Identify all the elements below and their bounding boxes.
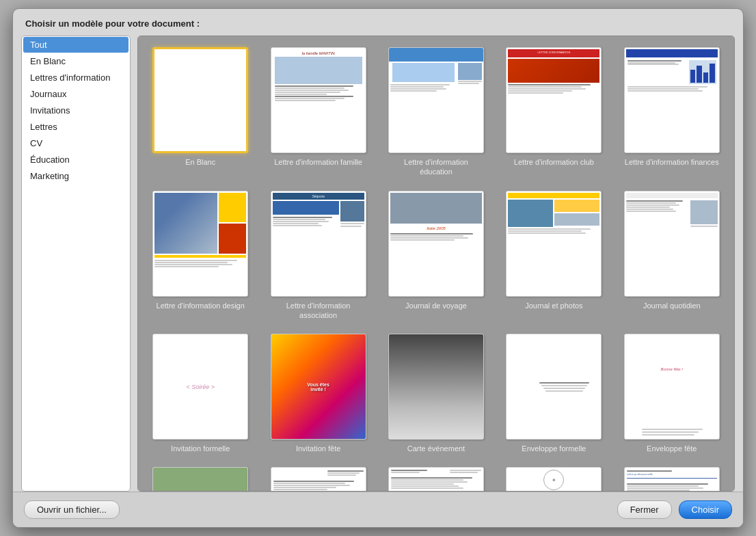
sidebar-item-invitations[interactable]: Invitations [23,103,129,118]
template-letter2[interactable]: Lettre formelle [262,467,373,492]
sidebar-item-lettres[interactable]: Lettres [23,119,129,135]
template-thumb-lettre-education[interactable] [388,47,484,153]
template-lettre-finances[interactable]: Lettre d'information finances [617,47,727,177]
template-label-journal-voyage: Journal de voyage [405,301,467,310]
template-enveloppe-fete[interactable]: Bonne fête ! Enveloppe fête [617,334,727,453]
template-lettre-famille[interactable]: la famille MARTIN [262,47,373,177]
template-label-invitation-formelle: Invitation formelle [171,444,230,453]
template-label-invitation-fete: Invitation fête [296,444,340,453]
templates-content-area[interactable]: En Blanc la famille MARTIN [137,36,735,492]
template-journal-quotidien[interactable]: Journal quotidien [617,191,727,321]
template-journal-voyage[interactable]: Italie 2005 Journal de voyage [381,191,491,321]
template-thumb-enveloppe-formelle[interactable] [506,334,602,440]
sidebar-item-tout[interactable]: Tout [23,37,129,53]
template-lettre-asso[interactable]: Séquoia [262,191,373,321]
templates-grid: En Blanc la famille MARTIN [145,47,727,492]
template-thumb-lettre-club[interactable]: LETTRE D'INFORMATION [506,47,602,153]
template-label-journal-quotidien: Journal quotidien [643,301,701,310]
template-thumb-invitation-formelle[interactable]: < Soirée > [152,334,248,440]
template-thumb-carte-evenement[interactable] [388,334,484,440]
template-lettre-design[interactable]: Lettre d'information design [145,191,256,321]
main-dialog: Choisir un modèle pour votre document : … [12,8,744,528]
template-invitation-fete[interactable]: Vous êtesinvité ! Invitation fête [262,334,373,453]
template-thumb-letter4[interactable]: ✦ [506,467,602,492]
footer-right: Fermer Choisir [617,500,732,519]
template-lettre-education[interactable]: Lettre d'information éducation [381,47,491,177]
template-thumb-journal-photos[interactable] [506,191,602,297]
template-label-journal-photos: Journal et photos [525,301,582,310]
open-file-button[interactable]: Ouvrir un fichier... [24,500,120,519]
dialog-title: Choisir un modèle pour votre document : [13,9,743,36]
template-label-enveloppe-fete: Enveloppe fête [647,444,697,453]
template-lettre-postcard[interactable]: Nous vousremercions! Lettre postale [145,467,256,492]
template-label-lettre-club: Lettre d'information club [514,157,594,167]
template-label-carte-evenement: Carte événement [407,444,465,453]
template-thumb-invitation-fete[interactable]: Vous êtesinvité ! [271,334,366,440]
template-letter5[interactable]: Lettre professionnelle [617,467,727,492]
template-label-en-blanc: En Blanc [185,157,215,167]
template-label-lettre-asso: Lettre d'information association [271,301,366,321]
template-thumb-letter5[interactable]: Lettre professionnelle [624,467,720,492]
template-journal-photos[interactable]: Journal et photos [498,191,609,321]
template-enveloppe-formelle[interactable]: Enveloppe formelle [498,334,609,453]
template-letter4[interactable]: ✦ [498,467,609,492]
template-label-enveloppe-formelle: Enveloppe formelle [522,444,586,453]
dialog-footer: Ouvrir un fichier... Fermer Choisir [13,492,743,527]
template-thumb-journal-quotidien[interactable] [624,191,720,297]
sidebar-item-journaux[interactable]: Journaux [23,86,129,102]
template-label-lettre-design: Lettre d'information design [157,301,245,310]
template-thumb-lettre-postcard[interactable]: Nous vousremercions! [152,467,248,492]
sidebar-item-lettres-info[interactable]: Lettres d'information [23,70,129,85]
template-thumb-lettre-design[interactable] [152,191,248,297]
template-label-lettre-famille: Lettre d'information famille [274,157,362,167]
close-button[interactable]: Fermer [617,500,672,519]
template-thumb-lettre-asso[interactable]: Séquoia [271,191,366,297]
template-thumb-journal-voyage[interactable]: Italie 2005 [388,191,484,297]
template-label-lettre-education: Lettre d'information éducation [388,157,484,177]
template-thumb-lettre-finances[interactable] [624,47,720,153]
template-letter3[interactable]: Lettre type [381,467,491,492]
template-thumb-enveloppe-fete[interactable]: Bonne fête ! [624,334,720,440]
sidebar-item-cv[interactable]: CV [23,135,129,151]
template-thumb-letter3[interactable] [388,467,484,492]
template-invitation-formelle[interactable]: < Soirée > Invitation formelle [145,334,256,453]
template-lettre-club[interactable]: LETTRE D'INFORMATION Lettre d'inform [498,47,609,177]
template-thumb-letter2[interactable] [271,467,366,492]
template-thumb-lettre-famille[interactable]: la famille MARTIN [271,47,366,153]
dialog-body: Tout En Blanc Lettres d'information Jour… [13,36,743,492]
choose-button[interactable]: Choisir [679,500,732,519]
sidebar-item-education[interactable]: Éducation [23,152,129,168]
category-sidebar: Tout En Blanc Lettres d'information Jour… [21,36,131,492]
template-label-lettre-finances: Lettre d'information finances [625,157,719,167]
footer-left: Ouvrir un fichier... [24,500,120,519]
template-en-blanc[interactable]: En Blanc [145,47,256,177]
sidebar-item-marketing[interactable]: Marketing [23,168,129,184]
template-carte-evenement[interactable]: Carte événement [381,334,491,453]
template-thumb-en-blanc[interactable] [152,47,248,153]
sidebar-item-en-blanc[interactable]: En Blanc [23,53,129,69]
